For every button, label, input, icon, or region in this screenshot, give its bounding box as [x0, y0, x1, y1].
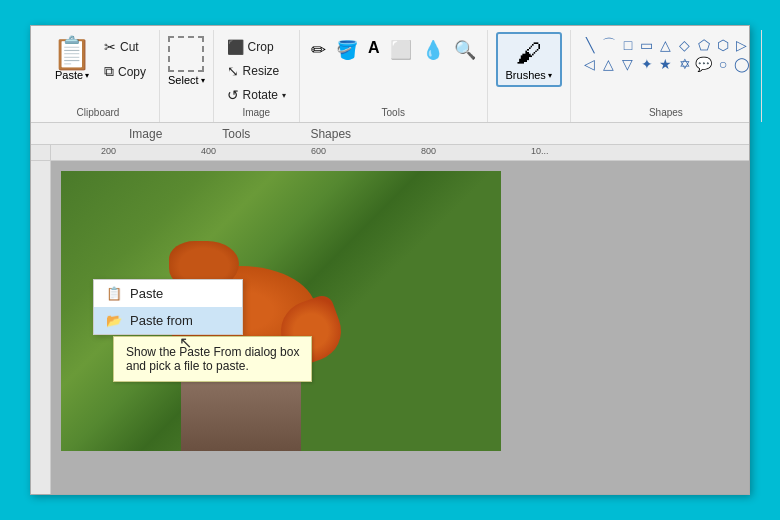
rotate-icon: ↺	[227, 87, 239, 103]
paste-icon: 📋	[52, 37, 92, 69]
crop-button[interactable]: ⬛ Crop	[222, 36, 291, 58]
magnifier-icon[interactable]: 🔍	[451, 36, 479, 64]
shape-ellipse[interactable]: ◯	[733, 55, 751, 73]
tab-shapes[interactable]: Shapes	[280, 127, 381, 141]
pencil-icon[interactable]: ✏	[308, 36, 329, 64]
shape-roundrect[interactable]: ▭	[638, 36, 656, 54]
ruler-mark-1000: 10...	[531, 146, 549, 156]
shape-pentagon[interactable]: ⬠	[695, 36, 713, 54]
fill-icon[interactable]: 🪣	[333, 36, 361, 64]
shape-arrow-down[interactable]: ▽	[619, 55, 637, 73]
shape-star6[interactable]: ✡	[676, 55, 694, 73]
dropdown-paste-label: Paste	[130, 286, 163, 301]
shape-triangle[interactable]: △	[657, 36, 675, 54]
ribbon: 📋 Paste ▾ ✂ Cut ⧉ Copy Clipboard	[31, 26, 749, 123]
crop-label: Crop	[248, 40, 274, 54]
brushes-icon: 🖌	[516, 38, 542, 69]
ruler-row: 200 400 600 800 10...	[31, 145, 749, 161]
rotate-label: Rotate	[243, 88, 278, 102]
paste-from-tooltip: Show the Paste From dialog boxand pick a…	[113, 336, 312, 382]
canvas-area: 📋 Paste 📂 Paste from Show the Paste From…	[31, 161, 749, 494]
paste-label: Paste	[55, 69, 83, 81]
paste-dropdown-arrow: ▾	[85, 71, 89, 80]
shape-hexagon[interactable]: ⬡	[714, 36, 732, 54]
shape-star4[interactable]: ✦	[638, 55, 656, 73]
rotate-button[interactable]: ↺ Rotate ▾	[222, 84, 291, 106]
shape-rhombus[interactable]: ◇	[676, 36, 694, 54]
copy-button[interactable]: ⧉ Copy	[99, 60, 151, 83]
tooltip-text: Show the Paste From dialog boxand pick a…	[126, 345, 299, 373]
ruler-corner	[31, 145, 51, 161]
rotate-dropdown-arrow: ▾	[282, 91, 286, 100]
cut-label: Cut	[120, 40, 139, 54]
brushes-dropdown-arrow: ▾	[548, 71, 552, 80]
shapes-grid: ╲ ⌒ □ ▭ △ ◇ ⬠ ⬡ ▷ ◁ △ ▽ ✦ ★ ✡ 💬 ○ ◯	[579, 32, 753, 77]
copy-label: Copy	[118, 65, 146, 79]
shape-oval[interactable]: ○	[714, 55, 732, 73]
brushes-label: Brushes	[506, 69, 546, 81]
brushes-group-label	[488, 118, 570, 120]
tools-group: ✏ 🪣 A ⬜ 💧 🔍 Tools	[300, 30, 488, 122]
canvas-content[interactable]: 📋 Paste 📂 Paste from Show the Paste From…	[51, 161, 749, 494]
paste-dropdown-menu: 📋 Paste 📂 Paste from	[93, 279, 243, 335]
shape-line[interactable]: ╲	[581, 36, 599, 54]
resize-icon: ⤡	[227, 63, 239, 79]
brushes-button[interactable]: 🖌 Brushes ▾	[496, 32, 562, 87]
tools-group-label: Tools	[300, 107, 487, 120]
dropdown-paste-icon: 📋	[106, 286, 122, 301]
clipboard-right: ✂ Cut ⧉ Copy	[99, 32, 151, 83]
resize-label: Resize	[243, 64, 280, 78]
mouse-cursor: ↖	[179, 333, 192, 352]
ruler-mark-800: 800	[421, 146, 436, 156]
ruler-left	[31, 161, 51, 494]
eraser-icon[interactable]: ⬜	[387, 36, 415, 64]
shape-rect[interactable]: □	[619, 36, 637, 54]
ruler-top: 200 400 600 800 10...	[51, 145, 749, 161]
shape-callout[interactable]: 💬	[695, 55, 713, 73]
select-group-label	[160, 118, 213, 120]
shape-arrow-right[interactable]: ▷	[733, 36, 751, 54]
image-group-label: Image	[214, 107, 299, 120]
paste-button[interactable]: 📋 Paste ▾	[45, 32, 99, 86]
shapes-group-label: Shapes	[571, 107, 761, 120]
shapes-group: ╲ ⌒ □ ▭ △ ◇ ⬠ ⬡ ▷ ◁ △ ▽ ✦ ★ ✡ 💬 ○ ◯ Shap…	[571, 30, 762, 122]
cut-button[interactable]: ✂ Cut	[99, 36, 151, 58]
image-group: ⬛ Crop ⤡ Resize ↺ Rotate ▾ Image	[214, 30, 300, 122]
select-label[interactable]: Select	[168, 74, 199, 86]
text-icon[interactable]: A	[365, 36, 383, 60]
crop-icon: ⬛	[227, 39, 244, 55]
select-dropdown-arrow: ▾	[201, 76, 205, 85]
tab-tools[interactable]: Tools	[192, 127, 280, 141]
clipboard-group: 📋 Paste ▾ ✂ Cut ⧉ Copy Clipboard	[37, 30, 160, 122]
brushes-group: 🖌 Brushes ▾	[488, 30, 571, 122]
ruler-mark-200: 200	[101, 146, 116, 156]
select-group: Select ▾	[160, 30, 214, 122]
ruler-mark-600: 600	[311, 146, 326, 156]
dropdown-paste-item[interactable]: 📋 Paste	[94, 280, 242, 307]
shape-star5[interactable]: ★	[657, 55, 675, 73]
dropdown-paste-from-item[interactable]: 📂 Paste from	[94, 307, 242, 334]
copy-icon: ⧉	[104, 63, 114, 80]
dropdown-paste-from-icon: 📂	[106, 313, 122, 328]
resize-button[interactable]: ⤡ Resize	[222, 60, 291, 82]
tab-image[interactable]: Image	[39, 127, 192, 141]
cut-icon: ✂	[104, 39, 116, 55]
dropdown-paste-from-label: Paste from	[130, 313, 193, 328]
shape-arrow-left[interactable]: ◁	[581, 55, 599, 73]
shape-arrow-up[interactable]: △	[600, 55, 618, 73]
paint-window: 📋 Paste ▾ ✂ Cut ⧉ Copy Clipboard	[30, 25, 750, 495]
shape-curve[interactable]: ⌒	[600, 36, 618, 54]
eyedropper-icon[interactable]: 💧	[419, 36, 447, 64]
clipboard-left: 📋 Paste ▾	[45, 32, 99, 86]
clipboard-label: Clipboard	[37, 107, 159, 120]
ribbon-tabs-row: Image Tools Shapes	[31, 123, 749, 145]
select-icon	[168, 36, 204, 72]
ruler-mark-400: 400	[201, 146, 216, 156]
